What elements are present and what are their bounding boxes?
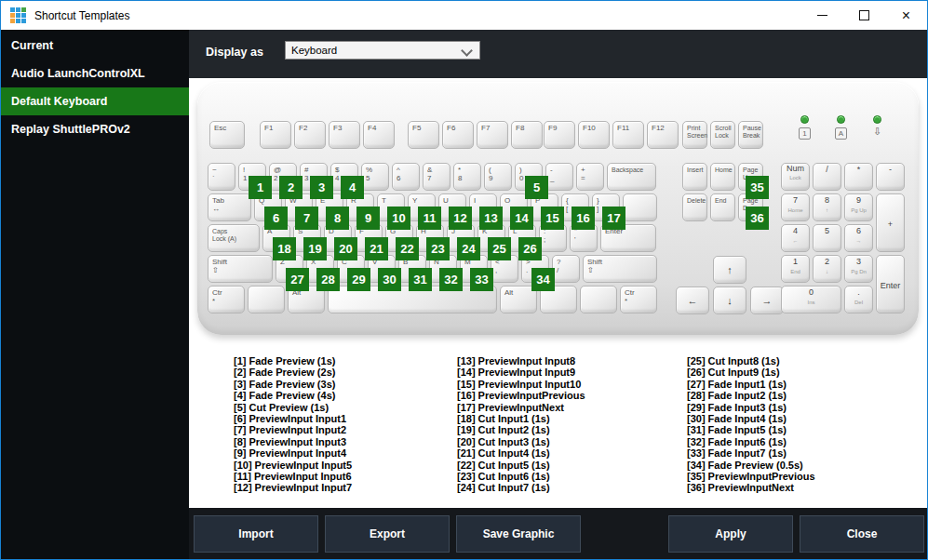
legend-entry: [18] Cut Input1 (1s) bbox=[457, 413, 680, 424]
legend-entry: [4] Fade Preview (4s) bbox=[234, 390, 457, 401]
key-badge-6: 6 bbox=[264, 207, 288, 230]
key-badge-1: 1 bbox=[249, 176, 272, 199]
close-button[interactable]: × bbox=[885, 1, 927, 30]
legend-column-2: [13] PreviewInput Input8[14] PreviewInpu… bbox=[457, 355, 680, 494]
key-menu bbox=[580, 286, 617, 313]
legend-entry: [34] Fade Preview (0.5s) bbox=[687, 460, 910, 471]
save-graphic-button[interactable]: Save Graphic bbox=[456, 515, 581, 553]
key-badge-14: 14 bbox=[510, 207, 533, 230]
scroll-lock-led-icon: ⇩ bbox=[870, 115, 884, 140]
key-home: Home bbox=[710, 163, 735, 191]
function-key-group-3: F9F10F11F12 bbox=[544, 121, 681, 149]
key-7: &7 bbox=[423, 163, 451, 191]
key-np-8: 8↑ bbox=[813, 193, 841, 221]
key-u: U12 bbox=[438, 193, 466, 221]
key-badge-29: 29 bbox=[347, 268, 370, 291]
close-button[interactable]: Close bbox=[800, 515, 924, 553]
key-np-5: 5 bbox=[813, 224, 841, 252]
key-badge-11: 11 bbox=[418, 207, 441, 230]
key-tab: Tab↔ bbox=[208, 193, 251, 221]
key-win-left bbox=[248, 286, 285, 313]
window-controls: × bbox=[801, 1, 927, 30]
key-caps-lock: CapsLock (A) bbox=[208, 224, 260, 252]
key-page-up: PageUp35 bbox=[738, 163, 763, 191]
key-badge-18: 18 bbox=[273, 237, 296, 260]
key-badge-25: 25 bbox=[488, 237, 511, 260]
legend-entry: [32] Fade Input6 (1s) bbox=[687, 436, 910, 447]
key-badge-21: 21 bbox=[365, 237, 388, 260]
export-button[interactable]: Export bbox=[325, 515, 450, 553]
key-f5: F5 bbox=[408, 121, 439, 149]
key-badge-35: 35 bbox=[746, 176, 769, 199]
key-np-7: 7Home bbox=[781, 193, 810, 221]
legend-entry: [21] Cut Input4 (1s) bbox=[457, 447, 680, 459]
key-o: O14 bbox=[500, 193, 528, 221]
nav-key-block: InsertHomePageUp35DeleteEndPageDown36 bbox=[682, 163, 766, 224]
key-badge-5: 5 bbox=[525, 176, 548, 199]
key-shift-right: Shift⇧ bbox=[583, 255, 657, 283]
key-badge-10: 10 bbox=[387, 207, 410, 230]
sidebar-item-current[interactable]: Current bbox=[1, 32, 189, 60]
key-np-0: 0Ins bbox=[781, 286, 841, 313]
legend-entry: [1] Fade Preview (1s) bbox=[234, 355, 457, 367]
key-np-enter: Enter bbox=[876, 255, 905, 313]
key-arrow-down: ↓ bbox=[713, 287, 746, 314]
key-end: End bbox=[710, 193, 735, 221]
sidebar-item-audio-launchcontrolxl[interactable]: Audio LaunchControlXL bbox=[1, 60, 189, 87]
key-y: Y11 bbox=[408, 193, 436, 221]
legend-entry: [35] PreviewInputPrevious bbox=[687, 471, 910, 482]
legend-entry: [10] PreviewInput Input5 bbox=[234, 460, 457, 471]
key-ctrl-right: Ctr* bbox=[620, 286, 657, 313]
key-esc: Esc bbox=[209, 121, 245, 149]
key-f12: F12 bbox=[647, 121, 679, 149]
key-equals: += bbox=[576, 163, 604, 191]
sidebar-item-replay-shuttleprov2[interactable]: Replay ShuttlePROv2 bbox=[1, 115, 189, 143]
display-as-value: Keyboard bbox=[291, 45, 337, 56]
key-bracket-open: {[16 bbox=[561, 193, 589, 221]
minimize-button[interactable] bbox=[801, 1, 843, 30]
minimize-icon bbox=[817, 15, 827, 16]
import-button[interactable]: Import bbox=[194, 515, 318, 553]
key-shift-left: Shift⇧ bbox=[208, 255, 273, 283]
key-0: )05 bbox=[515, 163, 543, 191]
key-backtick: ~` bbox=[208, 163, 235, 191]
key-4: $44 bbox=[330, 163, 358, 191]
key-badge-3: 3 bbox=[310, 176, 333, 199]
display-as-bar: Display as Keyboard bbox=[189, 30, 927, 78]
system-key-group: PrintScreenScrollLockPauseBreak bbox=[682, 121, 766, 149]
key-pause-break: PauseBreak bbox=[738, 121, 763, 149]
numpad-block: NumLock/*-7Home8↑9Pg Up+4←56→1End2↓3Pg D… bbox=[781, 163, 905, 313]
legend-entry: [33] Fade Input7 (1s) bbox=[687, 447, 910, 459]
apply-button[interactable]: Apply bbox=[668, 515, 793, 553]
legend-entry: [13] PreviewInput Input8 bbox=[457, 355, 680, 367]
display-as-select[interactable]: Keyboard bbox=[285, 41, 480, 60]
legend-entry: [22] Cut Input5 (1s) bbox=[457, 460, 680, 471]
key-f7: F7 bbox=[477, 121, 508, 149]
num-lock-led-icon: 1 bbox=[798, 115, 812, 140]
key-scroll-lock: ScrollLock bbox=[710, 121, 735, 149]
legend-entry: [15] PreviewInput Input10 bbox=[457, 379, 680, 390]
key-arrow-left: ← bbox=[676, 287, 709, 314]
maximize-button[interactable] bbox=[843, 1, 885, 30]
key-arrow-right: → bbox=[750, 287, 784, 314]
legend-column-3: [25] Cut Input8 (1s)[26] Cut Input9 (1s)… bbox=[687, 355, 910, 494]
right-panel: Display as Keyboard EscF1F2F3F4F5F6F7F8F… bbox=[189, 30, 927, 559]
legend-entry: [12] PreviewInput Input7 bbox=[234, 482, 457, 493]
legend-entry: [17] PreviewInputNext bbox=[457, 402, 680, 413]
key-badge-4: 4 bbox=[341, 176, 364, 199]
key-print-screen: PrintScreen bbox=[682, 121, 707, 149]
key-badge-7: 7 bbox=[295, 207, 318, 230]
key-np-4: 4← bbox=[781, 224, 810, 252]
key-badge-20: 20 bbox=[334, 237, 357, 260]
legend-entry: [36] PreviewInputNext bbox=[687, 482, 910, 493]
legend-entry: [3] Fade Preview (3s) bbox=[234, 379, 457, 390]
sidebar-item-default-keyboard[interactable]: Default Keyboard bbox=[1, 87, 189, 115]
legend-entry: [25] Cut Input8 (1s) bbox=[687, 355, 910, 367]
key-f10: F10 bbox=[578, 121, 610, 149]
title-bar: Shortcut Templates × bbox=[1, 1, 927, 30]
key-np-add: + bbox=[876, 193, 905, 252]
legend-entry: [11] PreviewInput Input6 bbox=[234, 471, 457, 482]
legend-entry: [31] Fade Input5 (1s) bbox=[687, 424, 910, 435]
legend-entry: [16] PreviewInputPrevious bbox=[457, 390, 680, 401]
key-badge-13: 13 bbox=[479, 207, 503, 230]
